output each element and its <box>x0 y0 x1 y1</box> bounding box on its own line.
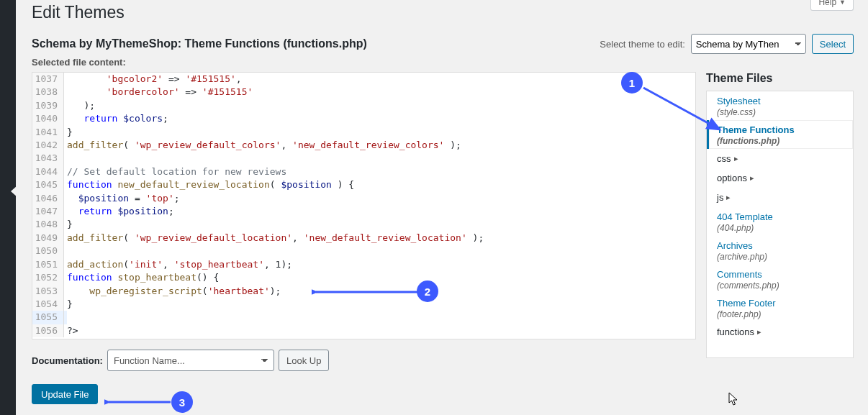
tree-folder[interactable]: options <box>707 168 853 188</box>
code-content[interactable]: add_action('init', 'stop_heartbeat', 1); <box>64 258 292 271</box>
line-number: 1055 <box>32 311 64 324</box>
tree-file-name: (functions.php) <box>717 136 846 146</box>
line-number: 1047 <box>32 205 64 218</box>
tree-file-link[interactable]: 404 Template <box>717 211 773 222</box>
tree-file-name: (archive.php) <box>717 252 846 262</box>
tree-folder[interactable]: css <box>707 149 853 168</box>
code-line[interactable]: 1044// Set default location for new revi… <box>32 165 695 178</box>
code-line[interactable]: 1039 ); <box>32 99 695 112</box>
theme-files-title: Theme Files <box>706 72 854 86</box>
tree-file-name: (comments.php) <box>717 281 846 291</box>
code-content[interactable]: add_filter( 'wp_review_default_colors', … <box>64 139 461 152</box>
code-line[interactable]: 1045function new_default_review_location… <box>32 178 695 191</box>
line-number: 1037 <box>32 73 64 86</box>
code-line[interactable]: 1049add_filter( 'wp_review_default_locat… <box>32 232 695 245</box>
line-number: 1040 <box>32 112 64 125</box>
code-content[interactable]: 'bordercolor' => '#151515' <box>64 86 253 99</box>
code-line[interactable]: 1050 <box>32 245 695 257</box>
code-line[interactable]: 1048} <box>32 218 695 231</box>
code-line[interactable]: 1052function stop_heartbeat() { <box>32 271 695 284</box>
lookup-button[interactable]: Look Up <box>279 350 329 371</box>
mouse-cursor-icon <box>728 392 740 406</box>
line-number: 1054 <box>32 298 64 311</box>
file-tree[interactable]: Stylesheet(style.css)Theme Functions(fun… <box>706 91 854 358</box>
code-line[interactable]: 1038 'bordercolor' => '#151515' <box>32 86 695 99</box>
tree-file-name: (style.css) <box>717 107 846 117</box>
tree-file-item[interactable]: Comments(comments.php) <box>707 265 853 293</box>
update-file-button[interactable]: Update File <box>32 384 98 404</box>
line-number: 1043 <box>32 152 64 165</box>
code-content[interactable] <box>64 152 67 165</box>
tree-file-link[interactable]: Theme Functions <box>717 124 795 135</box>
line-number: 1056 <box>32 324 64 337</box>
tree-file-item[interactable]: Theme Footer(footer.php) <box>707 293 853 322</box>
select-theme-label: Select theme to edit: <box>600 39 685 50</box>
code-line[interactable]: 1056?> <box>32 324 695 337</box>
code-content[interactable]: } <box>64 126 73 139</box>
code-content[interactable]: } <box>64 218 73 231</box>
file-title: Schema by MyThemeShop: Theme Functions (… <box>32 37 367 50</box>
tree-folder[interactable]: functions <box>707 322 853 342</box>
code-content[interactable]: } <box>64 298 73 311</box>
line-number: 1039 <box>32 99 64 112</box>
tree-file-link[interactable]: Theme Footer <box>717 298 776 309</box>
code-content[interactable] <box>64 245 67 257</box>
code-content[interactable] <box>64 311 67 324</box>
code-line[interactable]: 1055 <box>32 311 695 324</box>
code-line[interactable]: 1043 <box>32 152 695 165</box>
code-line[interactable]: 1053 wp_deregister_script('heartbeat'); <box>32 285 695 298</box>
line-number: 1038 <box>32 86 64 99</box>
admin-menu-bar <box>0 0 16 415</box>
line-number: 1044 <box>32 165 64 178</box>
code-content[interactable]: function stop_heartbeat() { <box>64 271 219 284</box>
code-line[interactable]: 1054} <box>32 298 695 311</box>
select-button[interactable]: Select <box>812 34 854 54</box>
code-content[interactable]: ); <box>64 99 95 112</box>
tree-file-link[interactable]: Comments <box>717 269 762 280</box>
line-number: 1042 <box>32 139 64 152</box>
code-line[interactable]: 1040 return $colors; <box>32 112 695 125</box>
line-number: 1045 <box>32 178 64 191</box>
line-number: 1049 <box>32 232 64 245</box>
selected-file-label: Selected file content: <box>32 57 854 68</box>
code-content[interactable]: $position = 'top'; <box>64 192 180 205</box>
line-number: 1041 <box>32 126 64 139</box>
code-line[interactable]: 1042add_filter( 'wp_review_default_color… <box>32 139 695 152</box>
code-content[interactable]: return $position; <box>64 205 174 218</box>
tree-file-link[interactable]: Stylesheet <box>717 96 761 106</box>
code-content[interactable]: wp_deregister_script('heartbeat'); <box>64 285 281 298</box>
line-number: 1052 <box>32 271 64 284</box>
line-number: 1048 <box>32 218 64 231</box>
tree-file-link[interactable]: Archives <box>717 240 753 251</box>
code-line[interactable]: 1051add_action('init', 'stop_heartbeat',… <box>32 258 695 271</box>
line-number: 1050 <box>32 245 64 257</box>
help-tab-button[interactable]: Help ▼ <box>810 0 854 11</box>
page-title: Edit Themes <box>32 0 854 27</box>
code-line[interactable]: 1037 'bgcolor2' => '#151515', <box>32 73 695 86</box>
tree-folder[interactable]: js <box>707 188 853 207</box>
tree-file-item[interactable]: Archives(archive.php) <box>707 236 853 265</box>
line-number: 1051 <box>32 258 64 271</box>
code-content[interactable]: function new_default_review_location( $p… <box>64 178 354 191</box>
code-content[interactable]: 'bgcolor2' => '#151515', <box>64 73 242 86</box>
code-editor[interactable]: 1037 'bgcolor2' => '#151515',1038 'borde… <box>32 72 696 339</box>
code-line[interactable]: 1047 return $position; <box>32 205 695 218</box>
tree-file-name: (footer.php) <box>717 309 846 319</box>
documentation-label: Documentation: <box>32 355 103 366</box>
documentation-select[interactable]: Function Name... <box>107 350 274 371</box>
code-line[interactable]: 1046 $position = 'top'; <box>32 192 695 205</box>
tree-file-item[interactable]: 404 Template(404.php) <box>707 207 853 236</box>
code-content[interactable]: // Set default location for new reviews <box>64 165 286 178</box>
tree-file-item[interactable]: Theme Functions(functions.php) <box>706 120 853 149</box>
code-content[interactable]: ?> <box>64 324 78 337</box>
code-content[interactable]: add_filter( 'wp_review_default_location'… <box>64 232 484 245</box>
chevron-down-icon: ▼ <box>839 0 846 6</box>
line-number: 1046 <box>32 192 64 205</box>
code-line[interactable]: 1041} <box>32 126 695 139</box>
theme-select[interactable]: Schema by MyThen <box>691 34 806 54</box>
tree-file-item[interactable]: Stylesheet(style.css) <box>707 91 853 120</box>
help-label: Help <box>818 0 836 7</box>
line-number: 1053 <box>32 285 64 298</box>
code-content[interactable]: return $colors; <box>64 112 168 125</box>
tree-file-name: (404.php) <box>717 223 846 233</box>
